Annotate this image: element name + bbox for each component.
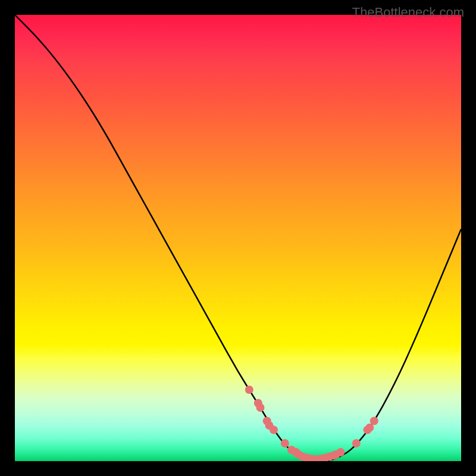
scatter-point: [245, 386, 253, 394]
watermark-text: TheBottleneck.com: [352, 5, 464, 20]
scatter-point: [256, 403, 265, 412]
scatter-point: [281, 439, 289, 447]
scatter-points: [245, 386, 378, 461]
scatter-point: [337, 448, 345, 456]
chart-svg: [15, 15, 461, 461]
scatter-point: [370, 417, 378, 425]
scatter-point: [352, 439, 361, 447]
scatter-point: [270, 426, 278, 434]
bottleneck-curve: [15, 15, 461, 461]
chart-plot-area: [15, 15, 461, 461]
